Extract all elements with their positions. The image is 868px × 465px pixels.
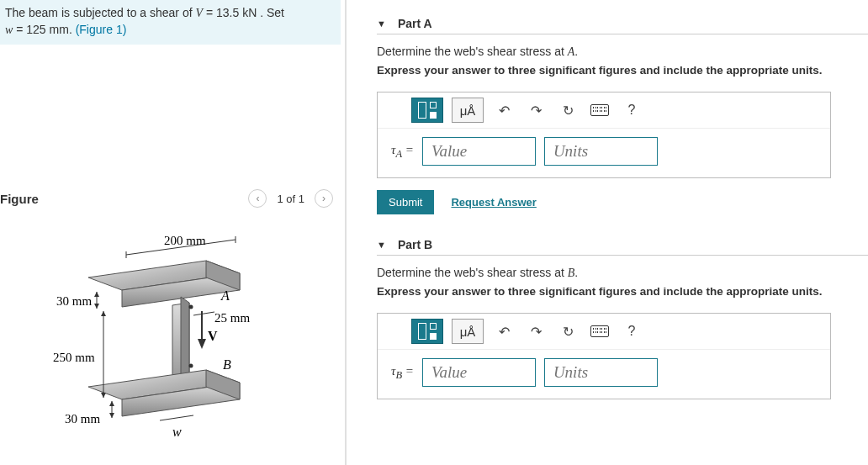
part-b-instruction: Express your answer to three significant… (377, 285, 868, 298)
part-a-request-answer-link[interactable]: Request Answer (451, 196, 536, 209)
part-a-answer-box: μÅ ↶ ↷ ↻ ? τA = (377, 92, 831, 178)
keyboard-icon[interactable] (588, 320, 611, 342)
problem-text: The beam is subjected to a shear of (5, 6, 195, 19)
part-b-value-input[interactable] (422, 358, 536, 387)
dim-250: 250 mm (53, 351, 95, 364)
part-b-title: Part B (398, 238, 432, 251)
part-a-title: Part A (398, 17, 432, 30)
beam-diagram: 200 mm 30 mm 250 mm 30 mm 25 mm A B V w (46, 231, 299, 450)
dim-200: 200 mm (164, 234, 206, 247)
svg-marker-15 (101, 311, 106, 316)
svg-point-24 (189, 364, 193, 368)
caret-down-icon: ▼ (377, 18, 386, 29)
svg-marker-22 (198, 339, 206, 349)
problem-text2: . Set (257, 6, 284, 19)
part-b-section: ▼ Part B Determine the web's shear stres… (377, 238, 868, 399)
undo-icon[interactable]: ↶ (492, 99, 516, 121)
part-a-header[interactable]: ▼ Part A (377, 17, 868, 34)
redo-icon[interactable]: ↷ (524, 320, 548, 342)
part-a-units-input[interactable] (544, 137, 658, 166)
part-a-section: ▼ Part A Determine the web's shear stres… (377, 17, 868, 214)
part-a-question: Determine the web's shear stress at A. (377, 45, 868, 59)
part-a-submit-button[interactable]: Submit (377, 190, 434, 214)
dim-25: 25 mm (214, 311, 250, 325)
var-V: V (195, 7, 203, 19)
var-w: w (5, 24, 13, 36)
part-b-question: Determine the web's shear stress at B. (377, 266, 868, 280)
svg-line-20 (193, 312, 214, 315)
label-V: V (208, 329, 218, 343)
label-A: A (220, 288, 230, 303)
template-button[interactable] (411, 98, 443, 123)
svg-line-25 (160, 415, 193, 420)
figure-link[interactable]: (Figure 1) (76, 23, 127, 36)
svg-point-23 (189, 305, 193, 309)
svg-marker-19 (109, 413, 114, 418)
reset-icon[interactable]: ↻ (556, 99, 580, 121)
part-a-instruction: Express your answer to three significant… (377, 64, 868, 77)
figure-section: Figure ‹ 1 of 1 › (0, 189, 345, 450)
left-panel: The beam is subjected to a shear of V = … (0, 0, 345, 465)
pager-text: 1 of 1 (277, 193, 304, 205)
right-panel: ▼ Part A Determine the web's shear stres… (347, 0, 868, 465)
svg-marker-18 (109, 401, 114, 406)
part-b-answer-box: μÅ ↶ ↷ ↻ ? τB = (377, 313, 831, 399)
part-b-var: τB = (391, 364, 414, 382)
problem-statement: The beam is subjected to a shear of V = … (0, 0, 341, 45)
part-b-toolbar: μÅ ↶ ↷ ↻ ? (378, 314, 830, 350)
figure-pager: ‹ 1 of 1 › (248, 189, 333, 208)
part-b-units-input[interactable] (544, 358, 658, 387)
w-unit: mm (50, 23, 69, 36)
part-a-var: τA = (391, 143, 414, 161)
part-b-header[interactable]: ▼ Part B (377, 238, 868, 256)
help-button[interactable]: ? (620, 99, 643, 121)
keyboard-icon[interactable] (588, 99, 611, 121)
w-eq: = 125 (13, 23, 49, 36)
V-eq: = 13.5 (203, 6, 242, 19)
units-button[interactable]: μÅ (452, 319, 484, 344)
pager-next-button[interactable]: › (315, 189, 333, 208)
svg-marker-12 (94, 292, 99, 297)
redo-icon[interactable]: ↷ (524, 99, 548, 121)
svg-marker-13 (94, 304, 99, 309)
help-button[interactable]: ? (620, 320, 643, 342)
V-unit: kN (242, 6, 257, 19)
dim-30t: 30 mm (56, 294, 92, 308)
problem-text3: . (69, 23, 76, 36)
part-a-value-input[interactable] (422, 137, 536, 166)
dim-30b: 30 mm (65, 412, 100, 425)
part-a-toolbar: μÅ ↶ ↷ ↻ ? (378, 92, 830, 129)
template-button[interactable] (411, 319, 443, 344)
caret-down-icon: ▼ (377, 240, 386, 250)
units-button[interactable]: μÅ (452, 98, 484, 123)
label-B: B (223, 357, 231, 372)
undo-icon[interactable]: ↶ (492, 320, 516, 342)
pager-prev-button[interactable]: ‹ (248, 189, 267, 208)
figure-title: Figure (0, 192, 39, 206)
reset-icon[interactable]: ↻ (556, 320, 580, 342)
label-w: w (172, 425, 182, 439)
svg-marker-16 (101, 393, 106, 398)
